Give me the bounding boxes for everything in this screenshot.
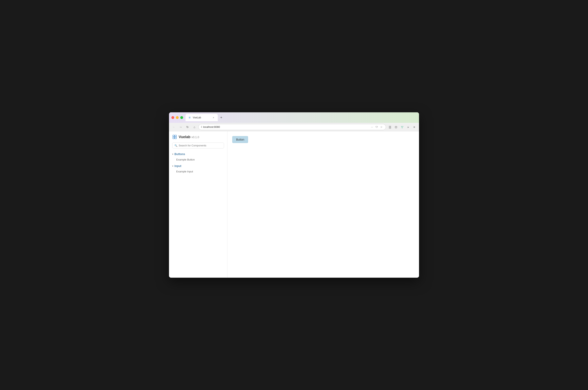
reload-icon: ↻ <box>186 125 189 129</box>
maximize-window-button[interactable] <box>180 116 183 119</box>
svg-rect-1 <box>175 135 176 137</box>
sidebar-item-example-button[interactable]: Example Button <box>172 157 224 162</box>
filter-button[interactable]: ▽ <box>399 124 405 130</box>
more-tools-button[interactable]: » <box>405 124 411 130</box>
nav-right-actions: ||| ⊡ ▽ » ≡ <box>387 124 417 130</box>
browser-tab[interactable]: 🖥 VueLab × <box>186 114 218 121</box>
address-text: localhost:8080 <box>203 125 369 128</box>
search-icon: 🔍 <box>174 144 177 147</box>
tab-title: VueLab <box>193 116 201 119</box>
search-input[interactable] <box>179 144 222 147</box>
back-button[interactable]: ← <box>171 124 177 130</box>
layout-icon: ⊡ <box>395 125 397 129</box>
preview-area: Button <box>227 131 419 278</box>
new-tab-button[interactable]: + <box>219 115 224 121</box>
tab-close-button[interactable]: × <box>212 116 215 119</box>
title-bar: 🖥 VueLab × + <box>169 112 419 123</box>
nav-section-header-buttons[interactable]: ▾ Buttons <box>172 152 224 156</box>
nav-bar: ← → ↻ ⌂ ℹ localhost:8080 ··· 🛡 ☆ ||| ⊡ <box>169 123 419 131</box>
menu-icon: ≡ <box>413 125 415 129</box>
main-content: Vuelab v0.1.0 🔍 ▾ Buttons Example Button <box>169 131 419 278</box>
forward-icon: → <box>179 125 182 129</box>
home-icon: ⌂ <box>194 125 195 129</box>
svg-rect-0 <box>173 135 174 137</box>
chevron-down-icon: ▾ <box>172 153 173 155</box>
app-title: Vuelab v0.1.0 <box>179 135 199 139</box>
app-logo-icon <box>172 135 177 139</box>
layout-button[interactable]: ⊡ <box>393 124 399 130</box>
filter-icon: ▽ <box>401 125 403 129</box>
nav-section-input: ▾ Input Example Input <box>172 164 224 174</box>
back-icon: ← <box>172 125 175 129</box>
bookmark-button[interactable]: ☆ <box>380 125 383 129</box>
minimize-window-button[interactable] <box>176 116 179 119</box>
close-window-button[interactable] <box>171 116 174 119</box>
section-label-input: Input <box>174 164 181 168</box>
app-version: v0.1.0 <box>191 136 199 139</box>
bookmarks-icon: ||| <box>389 125 391 129</box>
svg-rect-2 <box>173 137 174 139</box>
reader-mode-button[interactable]: 🛡 <box>375 125 379 129</box>
preview-button[interactable]: Button <box>232 136 248 143</box>
nav-section-header-input[interactable]: ▾ Input <box>172 164 224 168</box>
nav-section-buttons: ▾ Buttons Example Button <box>172 152 224 162</box>
app-header: Vuelab v0.1.0 <box>172 135 224 139</box>
sidebar: Vuelab v0.1.0 🔍 ▾ Buttons Example Button <box>169 131 227 278</box>
svg-rect-3 <box>175 137 176 139</box>
tab-favicon-icon: 🖥 <box>188 116 191 119</box>
search-box[interactable]: 🔍 <box>172 143 224 148</box>
section-label-buttons: Buttons <box>174 152 185 156</box>
menu-button[interactable]: ≡ <box>411 124 417 130</box>
bookmarks-icon-button[interactable]: ||| <box>387 124 393 130</box>
address-bar[interactable]: ℹ localhost:8080 ··· 🛡 ☆ <box>198 124 386 130</box>
home-button[interactable]: ⌂ <box>192 124 197 130</box>
tab-bar: 🖥 VueLab × + <box>186 114 417 121</box>
reload-button[interactable]: ↻ <box>185 124 190 130</box>
more-tools-icon: » <box>407 125 409 129</box>
more-options-button[interactable]: ··· <box>370 125 374 129</box>
browser-window: 🖥 VueLab × + ← → ↻ ⌂ ℹ localhost:8080 ··… <box>169 112 419 278</box>
address-bar-actions: ··· 🛡 ☆ <box>370 125 383 129</box>
chevron-down-icon-2: ▾ <box>172 165 173 167</box>
sidebar-item-example-input[interactable]: Example Input <box>172 169 224 174</box>
forward-button[interactable]: → <box>178 124 184 130</box>
info-icon: ℹ <box>201 126 202 128</box>
window-controls <box>171 116 183 119</box>
